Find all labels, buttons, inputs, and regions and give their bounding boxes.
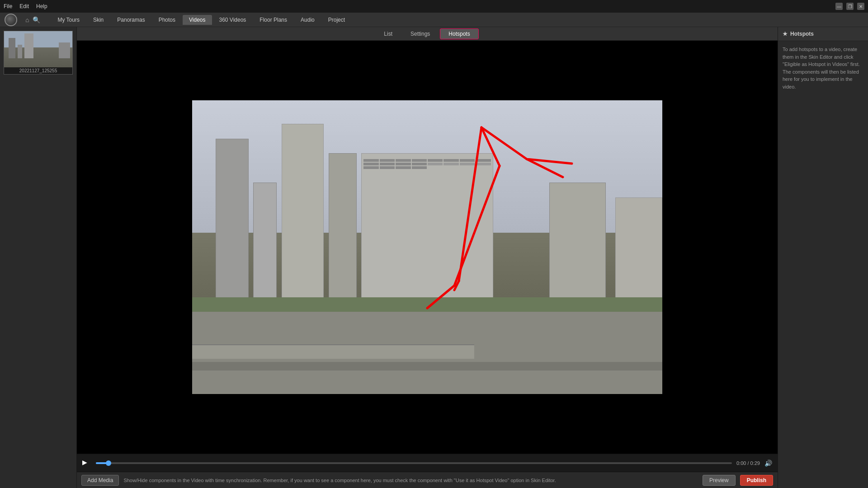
menu-bar: File Edit Help bbox=[4, 3, 47, 9]
nav-tabs: My ToursSkinPanoramasPhotosVideos360 Vid… bbox=[51, 15, 351, 25]
main-layout: 20221127_125255 ListSettingsHotspots bbox=[0, 27, 868, 488]
nav-tab-skin[interactable]: Skin bbox=[87, 15, 110, 25]
menu-help[interactable]: Help bbox=[36, 3, 47, 9]
logo-circle-icon bbox=[5, 14, 17, 26]
nav-tab-floorplans[interactable]: Floor Plans bbox=[253, 15, 293, 25]
bottom-bar: Add Media Show/Hide components in the Vi… bbox=[77, 472, 778, 488]
subtab-settings[interactable]: Settings bbox=[402, 29, 438, 39]
menu-file[interactable]: File bbox=[4, 3, 12, 9]
thumbnail-label: 20221127_125255 bbox=[4, 67, 72, 74]
city-background bbox=[192, 100, 662, 394]
titlebar-left: File Edit Help bbox=[4, 3, 47, 9]
close-button[interactable]: ✕ bbox=[857, 3, 864, 10]
search-icon[interactable]: 🔍 bbox=[33, 16, 40, 23]
right-panel-content: To add hotspots to a video, create them … bbox=[778, 41, 868, 95]
right-panel-header: ★ Hotspots bbox=[778, 27, 868, 41]
nav-tab-360videos[interactable]: 360 Videos bbox=[213, 15, 253, 25]
progress-bar[interactable] bbox=[96, 462, 732, 464]
top-nav: ⌂ 🔍 My ToursSkinPanoramasPhotosVideos360… bbox=[0, 13, 868, 27]
menu-edit[interactable]: Edit bbox=[19, 3, 29, 9]
play-button[interactable]: ▶ bbox=[82, 459, 91, 468]
video-controls: ▶ 0:00 / 0:29 🔊 bbox=[77, 454, 778, 472]
bottombar-info-text: Show/Hide components in the Video with t… bbox=[123, 478, 698, 483]
titlebar: File Edit Help — ❐ ✕ bbox=[0, 0, 868, 13]
preview-button[interactable]: Preview bbox=[703, 475, 736, 486]
nav-tools: ⌂ 🔍 bbox=[22, 16, 44, 23]
sidebar: 20221127_125255 bbox=[0, 27, 77, 488]
subtab-list[interactable]: List bbox=[376, 29, 401, 39]
nav-tab-panoramas[interactable]: Panoramas bbox=[111, 15, 151, 25]
add-media-button[interactable]: Add Media bbox=[81, 475, 119, 486]
app-logo[interactable] bbox=[0, 13, 22, 27]
minimize-button[interactable]: — bbox=[835, 3, 843, 10]
video-thumbnail[interactable]: 20221127_125255 bbox=[4, 31, 73, 75]
nav-tab-photos[interactable]: Photos bbox=[152, 15, 182, 25]
home-icon[interactable]: ⌂ bbox=[25, 16, 29, 23]
video-area bbox=[77, 41, 778, 454]
right-panel: ★ Hotspots To add hotspots to a video, c… bbox=[778, 27, 868, 488]
nav-tab-mytours[interactable]: My Tours bbox=[51, 15, 85, 25]
hotspots-description: To add hotspots to a video, create them … bbox=[783, 46, 863, 90]
progress-dot bbox=[106, 460, 111, 466]
subtab-hotspots[interactable]: Hotspots bbox=[440, 28, 478, 39]
subtabs: ListSettingsHotspots bbox=[77, 27, 778, 41]
nav-tab-audio[interactable]: Audio bbox=[294, 15, 321, 25]
right-panel-title: Hotspots bbox=[790, 31, 814, 37]
window-controls: — ❐ ✕ bbox=[835, 3, 864, 10]
nav-tab-project[interactable]: Project bbox=[322, 15, 351, 25]
volume-icon[interactable]: 🔊 bbox=[764, 460, 772, 467]
time-display: 0:00 / 0:29 bbox=[736, 460, 760, 466]
center-panel: ListSettingsHotspots bbox=[77, 27, 778, 488]
video-frame bbox=[192, 100, 662, 394]
hotspots-icon: ★ bbox=[783, 31, 788, 37]
nav-tab-videos[interactable]: Videos bbox=[183, 15, 212, 25]
publish-button[interactable]: Publish bbox=[740, 475, 773, 486]
restore-button[interactable]: ❐ bbox=[846, 3, 854, 10]
